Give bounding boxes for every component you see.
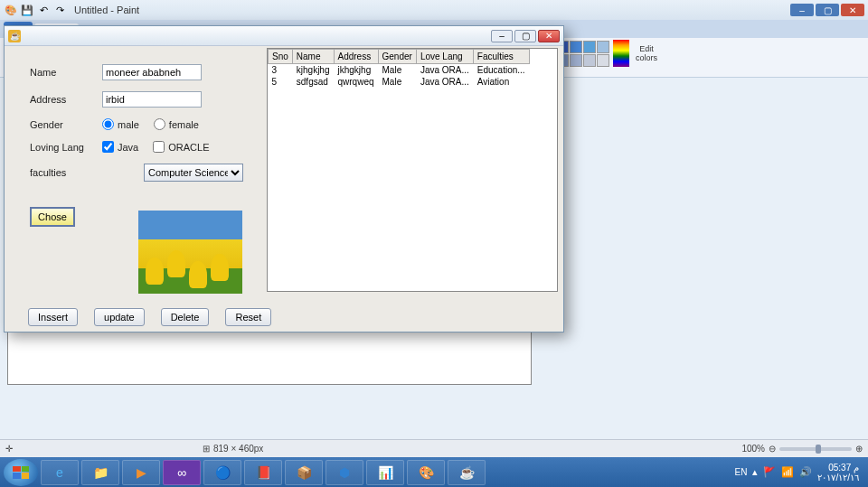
- form-panel: Name Address Gender male female Loving L…: [5, 46, 267, 308]
- taskbar-java[interactable]: ☕: [448, 460, 486, 485]
- zoom-out-button[interactable]: ⊖: [769, 444, 776, 454]
- cell: sdfgsad: [292, 76, 334, 88]
- dialog-minimize-button[interactable]: –: [491, 30, 513, 42]
- image-preview: [138, 211, 242, 294]
- taskbar-explorer[interactable]: 📁: [81, 460, 119, 485]
- taskbar-ie[interactable]: e: [41, 460, 79, 485]
- col-faculties[interactable]: Faculties: [473, 50, 529, 64]
- col-name[interactable]: Name: [292, 50, 334, 64]
- taskbar-visualstudio[interactable]: ∞: [163, 460, 201, 485]
- tray-lang[interactable]: EN: [735, 467, 748, 477]
- paint-title-text: Untitled - Paint: [74, 5, 139, 15]
- java-icon: ☕: [8, 30, 21, 42]
- dialog-titlebar[interactable]: ☕ – ▢ ✕: [5, 26, 563, 46]
- minimize-button[interactable]: –: [790, 4, 814, 16]
- undo-icon[interactable]: ↶: [36, 3, 51, 17]
- cell: 5: [269, 76, 293, 88]
- tulip-shape: [211, 254, 229, 281]
- edit-colors-icon[interactable]: [613, 40, 629, 67]
- java-checkbox[interactable]: [102, 141, 114, 153]
- zoom-slider[interactable]: [779, 447, 852, 451]
- tray-flag-icon[interactable]: 🚩: [763, 466, 776, 478]
- java-text: Java: [118, 142, 138, 153]
- male-option[interactable]: male: [102, 118, 139, 130]
- lang-row: Loving Lang Java ORACLE: [30, 141, 256, 153]
- tulip-shape: [189, 261, 207, 288]
- col-address[interactable]: Address: [334, 50, 378, 64]
- taskbar-mediaplayer[interactable]: ▶: [122, 460, 160, 485]
- faculties-row: faculties Computer Science: [30, 164, 256, 182]
- col-sno[interactable]: Sno: [269, 50, 293, 64]
- faculties-select[interactable]: Computer Science: [144, 164, 243, 182]
- tray-clock[interactable]: 05:37 م ٢٠١٧/١٢/١٦: [817, 463, 859, 482]
- color-swatch[interactable]: [583, 41, 596, 53]
- update-button[interactable]: update: [94, 308, 145, 326]
- tray-show-hidden-icon[interactable]: ▴: [752, 466, 758, 478]
- redo-icon[interactable]: ↷: [52, 3, 67, 17]
- canvas-dimensions: ⊞ 819 × 460px: [203, 444, 263, 454]
- start-button[interactable]: [4, 459, 38, 486]
- color-swatch[interactable]: [570, 54, 582, 67]
- color-swatch[interactable]: [583, 54, 596, 67]
- table-header-row: Sno Name Address Gender Love Lang Facult…: [269, 50, 530, 64]
- col-gender[interactable]: Gender: [378, 50, 416, 64]
- java-option[interactable]: Java: [102, 141, 138, 153]
- clock-ampm: م: [854, 463, 859, 473]
- address-input[interactable]: [102, 91, 202, 108]
- paint-titlebar[interactable]: 🎨 💾 ↶ ↷ Untitled - Paint – ▢ ✕: [0, 0, 868, 20]
- edit-colors-label[interactable]: Edit colors: [633, 44, 660, 62]
- color-swatch[interactable]: [570, 41, 582, 53]
- data-table[interactable]: Sno Name Address Gender Love Lang Facult…: [267, 48, 558, 292]
- cell: Male: [378, 64, 416, 77]
- name-row: Name: [30, 64, 256, 80]
- cell: Java ORA...: [416, 76, 473, 88]
- quick-access-toolbar: 🎨 💾 ↶ ↷: [4, 3, 67, 17]
- taskbar-app1[interactable]: 📕: [244, 460, 282, 485]
- close-button[interactable]: ✕: [841, 4, 864, 16]
- name-label: Name: [30, 67, 102, 78]
- male-radio[interactable]: [102, 118, 114, 130]
- cell: Education...: [473, 64, 529, 77]
- cell: jkhgkjhg: [334, 64, 378, 77]
- insert-button[interactable]: Inssert: [28, 308, 78, 326]
- tulip-shape: [167, 250, 185, 277]
- save-icon[interactable]: 💾: [20, 3, 34, 17]
- zoom-in-button[interactable]: ⊕: [855, 444, 863, 454]
- address-row: Address: [30, 91, 256, 108]
- oracle-option[interactable]: ORACLE: [153, 141, 209, 153]
- taskbar-app2[interactable]: 📦: [285, 460, 323, 485]
- system-tray: EN ▴ 🚩 📶 🔊 05:37 م ٢٠١٧/١٢/١٦: [735, 463, 864, 482]
- taskbar-app3[interactable]: ⬢: [326, 460, 363, 485]
- tray-network-icon[interactable]: 📶: [781, 466, 794, 478]
- cell: 3: [269, 64, 293, 77]
- dialog-maximize-button[interactable]: ▢: [514, 30, 536, 42]
- window-buttons: – ▢ ✕: [790, 4, 864, 16]
- cell: Aviation: [473, 76, 529, 88]
- reset-button[interactable]: Reset: [225, 308, 271, 326]
- cell: Male: [378, 76, 416, 88]
- clock-date: ٢٠١٧/١٢/١٦: [817, 473, 859, 482]
- clock-time: 05:37: [828, 463, 851, 473]
- female-option[interactable]: female: [154, 118, 199, 130]
- male-text: male: [118, 119, 139, 130]
- female-radio[interactable]: [154, 118, 165, 130]
- color-swatch[interactable]: [597, 54, 609, 67]
- name-input[interactable]: [102, 64, 202, 80]
- taskbar-paint[interactable]: 🎨: [407, 460, 445, 485]
- oracle-checkbox[interactable]: [153, 141, 165, 153]
- button-bar: Inssert update Delete Reset: [28, 308, 271, 326]
- delete-button[interactable]: Delete: [161, 308, 210, 326]
- taskbar-chrome[interactable]: 🔵: [203, 460, 241, 485]
- cursor-pos-icon: ✛: [5, 444, 13, 454]
- dialog-close-button[interactable]: ✕: [538, 30, 560, 42]
- table-row[interactable]: 5 sdfgsad qwrqweq Male Java ORA... Aviat…: [269, 76, 530, 88]
- gender-row: Gender male female: [30, 118, 256, 130]
- taskbar: e 📁 ▶ ∞ 🔵 📕 📦 ⬢ 📊 🎨 ☕ EN ▴ 🚩 📶 🔊 05:37 م…: [0, 457, 868, 487]
- color-swatch[interactable]: [597, 41, 609, 53]
- maximize-button[interactable]: ▢: [816, 4, 839, 16]
- chose-button[interactable]: Chose: [30, 207, 75, 227]
- table-row[interactable]: 3 kjhgkjhg jkhgkjhg Male Java ORA... Edu…: [269, 64, 530, 77]
- col-lovelang[interactable]: Love Lang: [416, 50, 473, 64]
- taskbar-app4[interactable]: 📊: [366, 460, 404, 485]
- tray-volume-icon[interactable]: 🔊: [799, 466, 812, 478]
